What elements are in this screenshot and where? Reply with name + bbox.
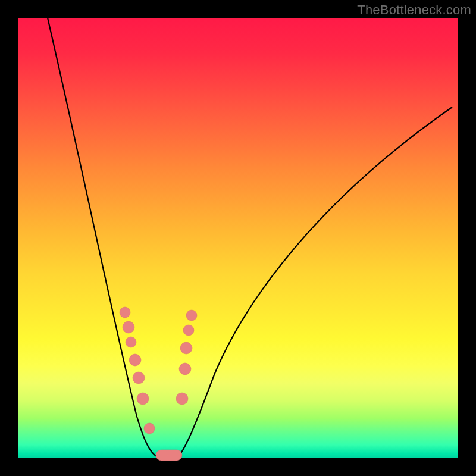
- marker-dot: [120, 307, 130, 318]
- marker-dot: [186, 310, 197, 321]
- marker-dot: [183, 325, 194, 336]
- marker-dot: [176, 393, 188, 405]
- marker-dot: [129, 354, 141, 366]
- marker-dot: [180, 342, 192, 354]
- marker-dot: [123, 321, 134, 333]
- marker-dot: [133, 372, 145, 384]
- chart-overlay: [18, 18, 458, 458]
- bottleneck-curve: [48, 18, 452, 459]
- left-marker-cluster: [120, 307, 155, 434]
- watermark-text: TheBottleneck.com: [357, 2, 471, 18]
- right-marker-cluster: [176, 310, 197, 405]
- valley-bottom-marker: [156, 450, 182, 461]
- marker-dot: [179, 363, 191, 375]
- marker-dot: [144, 423, 155, 434]
- marker-dot: [126, 337, 136, 347]
- marker-dot: [137, 393, 149, 405]
